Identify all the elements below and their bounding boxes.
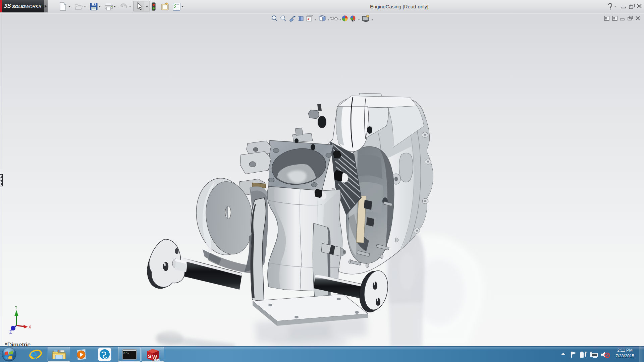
svg-text:X: X <box>29 325 31 329</box>
svg-text:S: S <box>148 353 151 359</box>
svg-text:Y: Y <box>15 305 17 310</box>
svg-text:C:\>_: C:\>_ <box>123 352 131 355</box>
svg-text:Z: Z <box>9 330 12 335</box>
svg-text:2015: 2015 <box>154 359 160 361</box>
